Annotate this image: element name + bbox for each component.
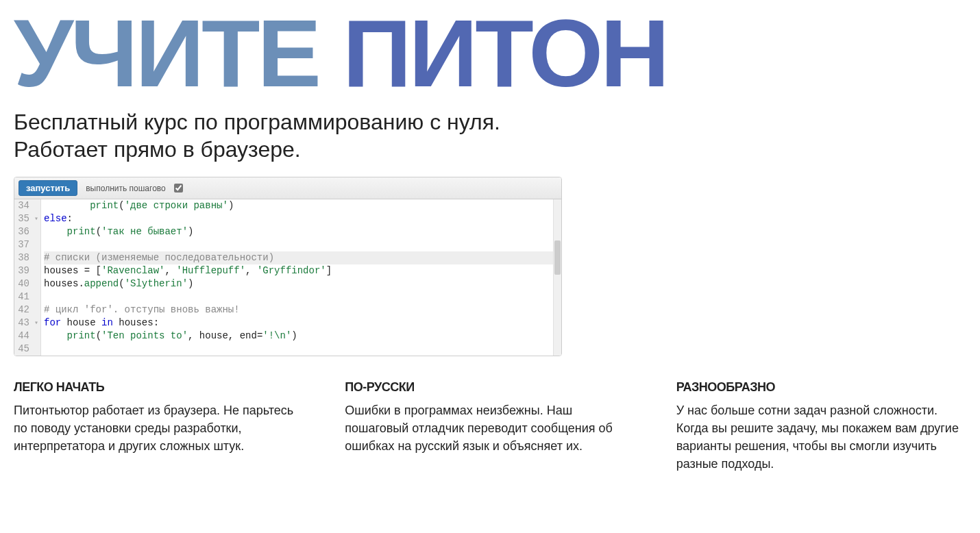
line-number: 45 bbox=[17, 343, 29, 356]
feature-title: РАЗНООБРАЗНО bbox=[676, 380, 966, 395]
feature-body: Питонтьютор работает из браузера. Не пар… bbox=[14, 401, 304, 455]
line-number: 42 bbox=[17, 303, 29, 317]
fold-marker bbox=[32, 199, 40, 212]
page-subtitle: Бесплатный курс по программированию с ну… bbox=[14, 108, 966, 163]
subtitle-line-1: Бесплатный курс по программированию с ну… bbox=[14, 108, 966, 136]
code-area[interactable]: 343536373839404142434445 ▾▾ print('две с… bbox=[14, 199, 561, 356]
logo-word-2: ПИТОН bbox=[343, 0, 667, 107]
line-number: 34 bbox=[17, 199, 29, 212]
fold-marker bbox=[32, 303, 40, 317]
code-line[interactable]: # цикл 'for'. отступы вновь важны! bbox=[44, 303, 561, 317]
line-number: 36 bbox=[17, 225, 29, 238]
fold-marker bbox=[32, 251, 40, 264]
fold-marker[interactable]: ▾ bbox=[32, 212, 40, 225]
line-number: 38 bbox=[17, 251, 29, 264]
code-line[interactable]: print('так не бывает') bbox=[44, 225, 561, 238]
line-number: 35 bbox=[17, 212, 29, 225]
feature-title: ЛЕГКО НАЧАТЬ bbox=[14, 380, 304, 395]
code-line[interactable]: for house in houses: bbox=[44, 317, 561, 330]
line-number: 41 bbox=[17, 290, 29, 303]
scrollbar-thumb[interactable] bbox=[554, 240, 561, 275]
code-line[interactable]: print('две строки равны') bbox=[44, 199, 561, 212]
step-mode-label: выполнить пошагово bbox=[86, 184, 166, 193]
page-logo: УЧИТЕ ПИТОН bbox=[14, 5, 966, 101]
line-number: 44 bbox=[17, 330, 29, 343]
fold-marker bbox=[32, 225, 40, 238]
editor-scrollbar[interactable] bbox=[553, 199, 561, 356]
logo-word-1: УЧИТЕ bbox=[14, 0, 319, 107]
code-line[interactable] bbox=[44, 290, 561, 303]
code-line[interactable]: houses = ['Ravenclaw', 'Hufflepuff', 'Gr… bbox=[44, 264, 561, 277]
fold-marker bbox=[32, 277, 40, 290]
editor-gutter: 343536373839404142434445 ▾▾ bbox=[14, 199, 41, 356]
code-editor: запустить выполнить пошагово 34353637383… bbox=[14, 177, 562, 356]
fold-marker bbox=[32, 330, 40, 343]
code-line[interactable]: else: bbox=[44, 212, 561, 225]
feature-title: ПО-РУССКИ bbox=[345, 380, 635, 395]
run-button[interactable]: запустить bbox=[19, 180, 77, 196]
line-number: 37 bbox=[17, 238, 29, 251]
features-row: ЛЕГКО НАЧАТЬ Питонтьютор работает из бра… bbox=[14, 380, 966, 473]
fold-marker[interactable]: ▾ bbox=[32, 317, 40, 330]
line-number: 43 bbox=[17, 317, 29, 330]
feature-russian: ПО-РУССКИ Ошибки в программах неизбежны.… bbox=[345, 380, 635, 473]
fold-marker bbox=[32, 343, 40, 356]
code-line[interactable]: print('Ten points to', house, end='!\n') bbox=[44, 330, 561, 343]
step-mode-checkbox[interactable] bbox=[174, 184, 183, 193]
feature-body: У нас больше сотни задач разной сложност… bbox=[676, 401, 966, 473]
fold-marker bbox=[32, 238, 40, 251]
line-number: 39 bbox=[17, 264, 29, 277]
code-line[interactable]: # списки (изменяемые последовательности) bbox=[44, 251, 561, 264]
fold-marker bbox=[32, 290, 40, 303]
feature-easy-start: ЛЕГКО НАЧАТЬ Питонтьютор работает из бра… bbox=[14, 380, 304, 473]
code-line[interactable]: houses.append('Slytherin') bbox=[44, 277, 561, 290]
feature-body: Ошибки в программах неизбежны. Наш пошаг… bbox=[345, 401, 635, 455]
code-line[interactable] bbox=[44, 238, 561, 251]
feature-variety: РАЗНООБРАЗНО У нас больше сотни задач ра… bbox=[676, 380, 966, 473]
fold-marker bbox=[32, 264, 40, 277]
line-number: 40 bbox=[17, 277, 29, 290]
code-line[interactable] bbox=[44, 343, 561, 356]
editor-toolbar: запустить выполнить пошагово bbox=[14, 177, 561, 199]
subtitle-line-2: Работает прямо в браузере. bbox=[14, 136, 966, 163]
